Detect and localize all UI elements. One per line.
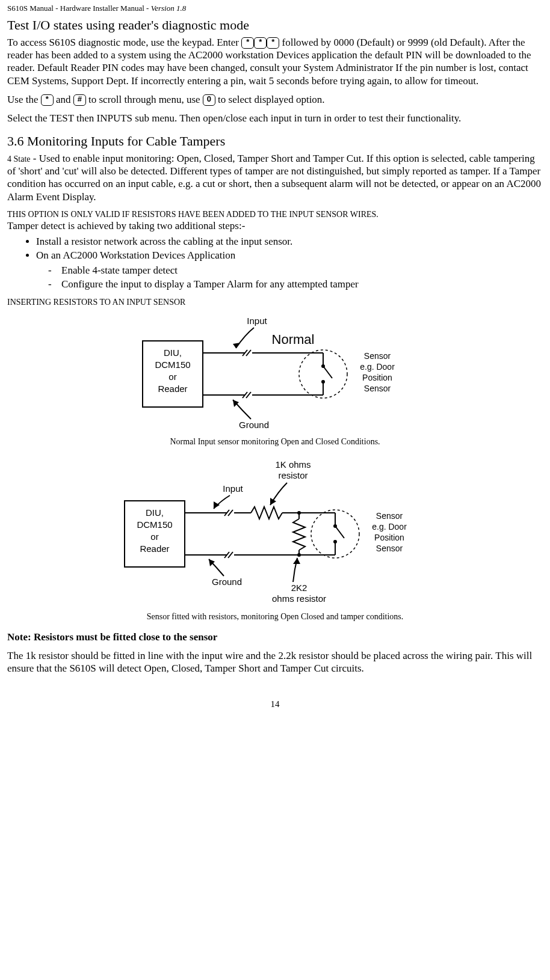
p-select: Select the TEST then INPUTS sub menu. Th… bbox=[7, 112, 543, 124]
p-use-4: to select displayed option. bbox=[215, 94, 325, 105]
svg-text:2K2: 2K2 bbox=[291, 583, 307, 593]
svg-text:1K ohms: 1K ohms bbox=[275, 459, 311, 470]
svg-text:Reader: Reader bbox=[158, 384, 187, 394]
svg-text:DIU,: DIU, bbox=[146, 507, 164, 518]
p-tamper-steps: Tamper detect is achieved by taking two … bbox=[7, 219, 543, 232]
svg-point-45 bbox=[297, 511, 301, 515]
svg-text:or: or bbox=[150, 531, 158, 542]
list-item: Install a resistor network across the ca… bbox=[36, 235, 543, 248]
p-access-a: To access S610S diagnostic mode, use the… bbox=[7, 37, 241, 48]
label-4state: 4 State bbox=[7, 155, 31, 164]
p-option-valid: THIS OPTION IS ONLY VALID IF RESISTORS H… bbox=[7, 209, 543, 220]
svg-text:Sensor: Sensor bbox=[376, 511, 403, 521]
p-use-1: Use the bbox=[7, 94, 41, 105]
svg-line-15 bbox=[323, 366, 332, 378]
p-4state-text: - Used to enable input monitoring: Open,… bbox=[7, 153, 541, 203]
heading-inserting-resistors: INSERTING RESISTORS TO AN INPUT SENSOR bbox=[7, 297, 543, 308]
header-version: Version 1.8 bbox=[151, 4, 187, 13]
zero-key-icon: 0 bbox=[203, 94, 215, 106]
heading-test-io: Test I/O states using reader's diagnosti… bbox=[7, 17, 543, 34]
svg-text:e.g. Door: e.g. Door bbox=[372, 522, 407, 531]
list-item: Configure the input to display a Tamper … bbox=[48, 278, 543, 290]
note-resistors: Note: Resistors must be fitted close to … bbox=[7, 631, 543, 643]
p-4state: 4 State - Used to enable input monitorin… bbox=[7, 152, 543, 203]
hash-key-icon: # bbox=[73, 94, 86, 106]
list-item: Enable 4-state tamper detect bbox=[48, 264, 543, 277]
svg-text:Ground: Ground bbox=[239, 420, 269, 430]
svg-text:e.g. Door: e.g. Door bbox=[360, 362, 395, 372]
svg-line-49 bbox=[335, 526, 344, 538]
caption-2: Sensor fitted with resistors, monitoring… bbox=[7, 611, 543, 622]
svg-point-46 bbox=[297, 553, 301, 557]
svg-text:or: or bbox=[168, 372, 176, 382]
asterisk-key-icon: * bbox=[254, 37, 267, 49]
svg-text:Normal: Normal bbox=[272, 332, 315, 347]
figure-normal-input: DIU, DCM150 or Reader Input Normal Groun… bbox=[7, 311, 543, 434]
svg-text:Sensor: Sensor bbox=[364, 351, 391, 361]
svg-text:DCM150: DCM150 bbox=[137, 519, 172, 530]
svg-marker-62 bbox=[293, 558, 300, 564]
heading-3-6: 3.6 Monitoring Inputs for Cable Tampers bbox=[7, 133, 543, 150]
p-use: Use the * and # to scroll through menu, … bbox=[7, 93, 543, 106]
svg-text:Position: Position bbox=[374, 533, 404, 542]
page-header: S610S Manual - Hardware Installer Manual… bbox=[7, 4, 543, 13]
p-access: To access S610S diagnostic mode, use the… bbox=[7, 36, 543, 87]
steps-list: Install a resistor network across the ca… bbox=[7, 235, 543, 291]
asterisk-key-icon: * bbox=[241, 37, 254, 49]
asterisk-key-icon: * bbox=[41, 94, 54, 106]
svg-text:Input: Input bbox=[223, 483, 243, 494]
svg-text:Sensor: Sensor bbox=[364, 384, 391, 393]
svg-text:DCM150: DCM150 bbox=[155, 360, 190, 370]
svg-marker-57 bbox=[214, 501, 220, 509]
svg-text:Ground: Ground bbox=[212, 577, 242, 587]
list-item: On an AC2000 Workstation Devices Applica… bbox=[36, 249, 543, 291]
svg-text:Reader: Reader bbox=[140, 544, 169, 554]
diagram-resistors: DIU, DCM150 or Reader 1K ohms resis bbox=[113, 456, 437, 606]
li2-label: On an AC2000 Workstation Devices Applica… bbox=[36, 250, 235, 261]
svg-text:Input: Input bbox=[247, 316, 267, 326]
svg-marker-55 bbox=[270, 498, 276, 505]
svg-text:Sensor: Sensor bbox=[376, 544, 403, 553]
svg-text:resistor: resistor bbox=[278, 470, 307, 480]
p-use-2: and bbox=[54, 94, 73, 105]
diagram-normal: DIU, DCM150 or Reader Input Normal Groun… bbox=[131, 311, 419, 431]
p-use-3: to scroll through menu, use bbox=[86, 94, 203, 105]
svg-text:ohms resistor: ohms resistor bbox=[272, 593, 326, 604]
header-left: S610S Manual - Hardware Installer Manual… bbox=[7, 4, 151, 13]
figure-resistor-input: DIU, DCM150 or Reader 1K ohms resis bbox=[7, 456, 543, 609]
p-1k-resistor: The 1k resistor should be fitted in line… bbox=[7, 649, 543, 675]
asterisk-key-icon: * bbox=[267, 37, 279, 49]
svg-text:DIU,: DIU, bbox=[164, 348, 182, 358]
caption-1: Normal Input sensor monitoring Open and … bbox=[7, 436, 543, 447]
page-number: 14 bbox=[7, 699, 543, 710]
svg-text:Position: Position bbox=[362, 373, 392, 382]
svg-marker-20 bbox=[233, 343, 240, 348]
